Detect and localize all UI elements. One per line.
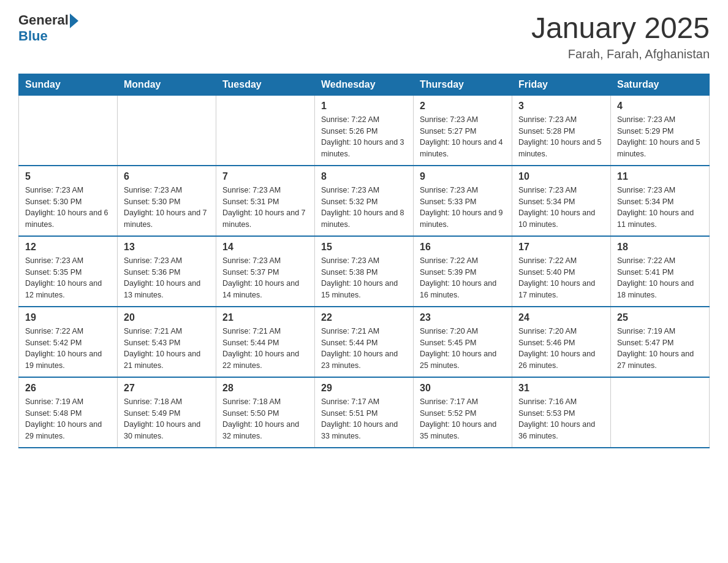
day-number: 25 xyxy=(617,312,703,323)
week-row-5: 26Sunrise: 7:19 AMSunset: 5:48 PMDayligh… xyxy=(19,377,710,448)
header-thursday: Thursday xyxy=(414,74,512,95)
header-monday: Monday xyxy=(118,74,216,95)
day-number: 17 xyxy=(518,242,604,253)
logo-blue-text: Blue xyxy=(18,28,48,44)
day-number: 8 xyxy=(321,171,407,182)
week-row-3: 12Sunrise: 7:23 AMSunset: 5:35 PMDayligh… xyxy=(19,236,710,307)
day-number: 18 xyxy=(617,242,703,253)
day-cell: 11Sunrise: 7:23 AMSunset: 5:34 PMDayligh… xyxy=(611,166,710,236)
title-block: January 2025 Farah, Farah, Afghanistan xyxy=(531,12,710,61)
day-cell: 27Sunrise: 7:18 AMSunset: 5:49 PMDayligh… xyxy=(118,377,216,448)
day-info: Sunrise: 7:21 AMSunset: 5:44 PMDaylight:… xyxy=(321,326,407,372)
day-number: 3 xyxy=(518,101,604,112)
day-number: 31 xyxy=(518,383,604,394)
day-cell: 2Sunrise: 7:23 AMSunset: 5:27 PMDaylight… xyxy=(414,95,512,166)
day-number: 27 xyxy=(124,383,210,394)
day-cell: 26Sunrise: 7:19 AMSunset: 5:48 PMDayligh… xyxy=(19,377,118,448)
day-info: Sunrise: 7:19 AMSunset: 5:48 PMDaylight:… xyxy=(25,396,111,442)
day-info: Sunrise: 7:23 AMSunset: 5:30 PMDaylight:… xyxy=(25,185,111,231)
day-cell: 25Sunrise: 7:19 AMSunset: 5:47 PMDayligh… xyxy=(611,307,710,377)
day-number: 11 xyxy=(617,171,703,182)
day-cell xyxy=(216,95,315,166)
day-number: 24 xyxy=(518,312,604,323)
page-header: General Blue January 2025 Farah, Farah, … xyxy=(18,12,710,61)
day-number: 16 xyxy=(420,242,506,253)
day-cell: 9Sunrise: 7:23 AMSunset: 5:33 PMDaylight… xyxy=(414,166,512,236)
day-cell: 24Sunrise: 7:20 AMSunset: 5:46 PMDayligh… xyxy=(512,307,611,377)
day-cell: 15Sunrise: 7:23 AMSunset: 5:38 PMDayligh… xyxy=(315,236,414,307)
day-info: Sunrise: 7:20 AMSunset: 5:46 PMDaylight:… xyxy=(518,326,604,372)
day-number: 7 xyxy=(222,171,308,182)
calendar-table: SundayMondayTuesdayWednesdayThursdayFrid… xyxy=(18,74,710,448)
header-saturday: Saturday xyxy=(611,74,710,95)
day-number: 10 xyxy=(518,171,604,182)
day-info: Sunrise: 7:18 AMSunset: 5:50 PMDaylight:… xyxy=(222,396,308,442)
calendar-title: January 2025 xyxy=(531,12,710,45)
header-wednesday: Wednesday xyxy=(315,74,414,95)
day-info: Sunrise: 7:18 AMSunset: 5:49 PMDaylight:… xyxy=(124,396,210,442)
day-cell xyxy=(611,377,710,448)
day-cell: 14Sunrise: 7:23 AMSunset: 5:37 PMDayligh… xyxy=(216,236,315,307)
day-cell: 29Sunrise: 7:17 AMSunset: 5:51 PMDayligh… xyxy=(315,377,414,448)
day-cell: 12Sunrise: 7:23 AMSunset: 5:35 PMDayligh… xyxy=(19,236,118,307)
day-number: 26 xyxy=(25,383,111,394)
day-cell: 5Sunrise: 7:23 AMSunset: 5:30 PMDaylight… xyxy=(19,166,118,236)
header-friday: Friday xyxy=(512,74,611,95)
day-info: Sunrise: 7:17 AMSunset: 5:51 PMDaylight:… xyxy=(321,396,407,442)
header-tuesday: Tuesday xyxy=(216,74,315,95)
day-number: 1 xyxy=(321,101,407,112)
day-info: Sunrise: 7:16 AMSunset: 5:53 PMDaylight:… xyxy=(518,396,604,442)
day-info: Sunrise: 7:22 AMSunset: 5:40 PMDaylight:… xyxy=(518,255,604,301)
day-number: 13 xyxy=(124,242,210,253)
day-cell: 8Sunrise: 7:23 AMSunset: 5:32 PMDaylight… xyxy=(315,166,414,236)
logo-general-text: General xyxy=(18,12,69,28)
header-row: SundayMondayTuesdayWednesdayThursdayFrid… xyxy=(19,74,710,95)
day-number: 14 xyxy=(222,242,308,253)
day-info: Sunrise: 7:23 AMSunset: 5:33 PMDaylight:… xyxy=(420,185,506,231)
day-info: Sunrise: 7:23 AMSunset: 5:34 PMDaylight:… xyxy=(617,185,703,231)
day-number: 4 xyxy=(617,101,703,112)
day-number: 9 xyxy=(420,171,506,182)
day-cell: 18Sunrise: 7:22 AMSunset: 5:41 PMDayligh… xyxy=(611,236,710,307)
day-info: Sunrise: 7:23 AMSunset: 5:27 PMDaylight:… xyxy=(420,114,506,160)
day-cell: 30Sunrise: 7:17 AMSunset: 5:52 PMDayligh… xyxy=(414,377,512,448)
day-info: Sunrise: 7:23 AMSunset: 5:37 PMDaylight:… xyxy=(222,255,308,301)
day-info: Sunrise: 7:23 AMSunset: 5:35 PMDaylight:… xyxy=(25,255,111,301)
day-cell: 28Sunrise: 7:18 AMSunset: 5:50 PMDayligh… xyxy=(216,377,315,448)
day-info: Sunrise: 7:19 AMSunset: 5:47 PMDaylight:… xyxy=(617,326,703,372)
day-cell: 7Sunrise: 7:23 AMSunset: 5:31 PMDaylight… xyxy=(216,166,315,236)
logo-arrow-icon xyxy=(70,13,78,28)
day-number: 6 xyxy=(124,171,210,182)
day-number: 2 xyxy=(420,101,506,112)
day-number: 29 xyxy=(321,383,407,394)
day-info: Sunrise: 7:23 AMSunset: 5:34 PMDaylight:… xyxy=(518,185,604,231)
day-info: Sunrise: 7:22 AMSunset: 5:39 PMDaylight:… xyxy=(420,255,506,301)
week-row-1: 1Sunrise: 7:22 AMSunset: 5:26 PMDaylight… xyxy=(19,95,710,166)
calendar-subtitle: Farah, Farah, Afghanistan xyxy=(531,47,710,61)
day-cell: 10Sunrise: 7:23 AMSunset: 5:34 PMDayligh… xyxy=(512,166,611,236)
day-info: Sunrise: 7:23 AMSunset: 5:31 PMDaylight:… xyxy=(222,185,308,231)
day-number: 23 xyxy=(420,312,506,323)
week-row-2: 5Sunrise: 7:23 AMSunset: 5:30 PMDaylight… xyxy=(19,166,710,236)
day-info: Sunrise: 7:23 AMSunset: 5:32 PMDaylight:… xyxy=(321,185,407,231)
day-number: 28 xyxy=(222,383,308,394)
day-info: Sunrise: 7:23 AMSunset: 5:30 PMDaylight:… xyxy=(124,185,210,231)
day-info: Sunrise: 7:21 AMSunset: 5:44 PMDaylight:… xyxy=(222,326,308,372)
day-info: Sunrise: 7:21 AMSunset: 5:43 PMDaylight:… xyxy=(124,326,210,372)
day-number: 5 xyxy=(25,171,111,182)
day-cell: 3Sunrise: 7:23 AMSunset: 5:28 PMDaylight… xyxy=(512,95,611,166)
day-cell xyxy=(118,95,216,166)
day-cell: 20Sunrise: 7:21 AMSunset: 5:43 PMDayligh… xyxy=(118,307,216,377)
day-info: Sunrise: 7:23 AMSunset: 5:36 PMDaylight:… xyxy=(124,255,210,301)
day-info: Sunrise: 7:22 AMSunset: 5:26 PMDaylight:… xyxy=(321,114,407,160)
day-cell: 13Sunrise: 7:23 AMSunset: 5:36 PMDayligh… xyxy=(118,236,216,307)
day-cell xyxy=(19,95,118,166)
day-cell: 31Sunrise: 7:16 AMSunset: 5:53 PMDayligh… xyxy=(512,377,611,448)
day-cell: 6Sunrise: 7:23 AMSunset: 5:30 PMDaylight… xyxy=(118,166,216,236)
day-cell: 4Sunrise: 7:23 AMSunset: 5:29 PMDaylight… xyxy=(611,95,710,166)
day-info: Sunrise: 7:22 AMSunset: 5:41 PMDaylight:… xyxy=(617,255,703,301)
day-info: Sunrise: 7:23 AMSunset: 5:38 PMDaylight:… xyxy=(321,255,407,301)
day-number: 20 xyxy=(124,312,210,323)
day-cell: 23Sunrise: 7:20 AMSunset: 5:45 PMDayligh… xyxy=(414,307,512,377)
day-cell: 21Sunrise: 7:21 AMSunset: 5:44 PMDayligh… xyxy=(216,307,315,377)
